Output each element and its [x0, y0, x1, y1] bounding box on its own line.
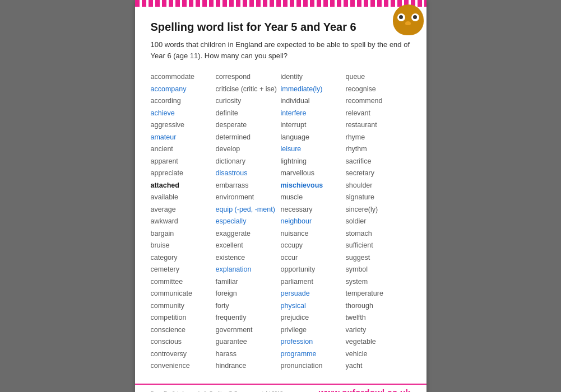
- word-item: occur: [281, 252, 346, 264]
- word-item: develop: [216, 143, 281, 156]
- word-item: bruise: [151, 240, 216, 252]
- word-item: system: [346, 276, 411, 288]
- word-item: correspond: [216, 71, 281, 83]
- word-item: explanation: [216, 264, 281, 276]
- word-item: curiosity: [216, 95, 281, 108]
- word-item: programme: [281, 348, 346, 361]
- word-item: variety: [346, 324, 411, 337]
- word-item: opportunity: [281, 264, 346, 276]
- word-item: guarantee: [216, 336, 281, 348]
- word-item: language: [281, 132, 346, 144]
- word-item: physical: [281, 300, 346, 312]
- word-item: rhythm: [346, 143, 411, 156]
- word-item: symbol: [346, 264, 411, 276]
- word-item: thorough: [346, 300, 411, 312]
- word-item: aggressive: [151, 119, 216, 132]
- word-item: recognise: [346, 83, 411, 96]
- word-item: lightning: [281, 156, 346, 168]
- word-item: nuisance: [281, 228, 346, 240]
- word-item: available: [151, 192, 216, 204]
- word-item: privilege: [281, 324, 346, 337]
- word-item: vehicle: [346, 348, 411, 361]
- word-item: immediate(ly): [281, 83, 346, 96]
- word-item: harass: [216, 348, 281, 361]
- page-title: Spelling word list for Year 5 and Year 6: [151, 21, 411, 34]
- word-item: signature: [346, 192, 411, 204]
- word-item: soldier: [346, 216, 411, 228]
- word-item: criticise (critic + ise): [216, 83, 281, 96]
- word-item: competition: [151, 312, 216, 324]
- word-item: recommend: [346, 95, 411, 108]
- word-column-3: identityimmediate(ly)individualinterfere…: [281, 71, 346, 372]
- word-item: exaggerate: [216, 228, 281, 240]
- word-item: frequently: [216, 312, 281, 324]
- word-column-2: correspondcriticise (critic + ise)curios…: [216, 71, 281, 372]
- word-item: category: [151, 252, 216, 264]
- footer: From English Appendix 1: Spelling © Crow…: [135, 384, 426, 393]
- word-item: community: [151, 300, 216, 312]
- word-item: individual: [281, 95, 346, 108]
- footer-copyright: From English Appendix 1: Spelling © Crow…: [151, 390, 283, 393]
- word-item: amateur: [151, 132, 216, 144]
- word-item: occupy: [281, 240, 346, 252]
- word-item: disastrous: [216, 167, 281, 180]
- word-item: leisure: [281, 143, 346, 156]
- top-border: [135, 0, 426, 7]
- footer-website: www.oxfordowl.co.uk: [319, 388, 411, 393]
- word-item: identity: [281, 71, 346, 83]
- word-item: apparent: [151, 156, 216, 168]
- word-item: cemetery: [151, 264, 216, 276]
- word-item: yacht: [346, 360, 411, 372]
- word-item: accommodate: [151, 71, 216, 83]
- word-item: according: [151, 95, 216, 108]
- word-item: accompany: [151, 83, 216, 96]
- word-column-1: accommodateaccompanyaccordingachieveaggr…: [151, 71, 216, 372]
- word-item: definite: [216, 108, 281, 120]
- word-item: conscious: [151, 336, 216, 348]
- word-item: rhyme: [346, 132, 411, 144]
- word-item: forty: [216, 300, 281, 312]
- word-item: neighbour: [281, 216, 346, 228]
- word-item: temperature: [346, 288, 411, 300]
- word-item: environment: [216, 192, 281, 204]
- word-item: especially: [216, 216, 281, 228]
- word-item: excellent: [216, 240, 281, 252]
- word-item: communicate: [151, 288, 216, 300]
- word-item: foreign: [216, 288, 281, 300]
- word-item: marvellous: [281, 167, 346, 180]
- word-item: dictionary: [216, 156, 281, 168]
- word-item: conscience: [151, 324, 216, 337]
- word-item: queue: [346, 71, 411, 83]
- word-item: pronunciation: [281, 360, 346, 372]
- word-item: interfere: [281, 108, 346, 120]
- page-subtitle: 100 words that children in England are e…: [151, 39, 411, 61]
- word-item: bargain: [151, 228, 216, 240]
- word-item: prejudice: [281, 312, 346, 324]
- word-column-4: queuerecogniserecommendrelevantrestauran…: [346, 71, 411, 372]
- word-item: vegetable: [346, 336, 411, 348]
- word-item: average: [151, 204, 216, 216]
- word-item: restaurant: [346, 119, 411, 132]
- word-item: attached: [151, 180, 216, 192]
- word-item: sacrifice: [346, 156, 411, 168]
- word-item: persuade: [281, 288, 346, 300]
- word-item: muscle: [281, 192, 346, 204]
- word-item: profession: [281, 336, 346, 348]
- word-item: relevant: [346, 108, 411, 120]
- word-item: hindrance: [216, 360, 281, 372]
- main-content: Spelling word list for Year 5 and Year 6…: [135, 7, 426, 378]
- word-item: interrupt: [281, 119, 346, 132]
- word-item: existence: [216, 252, 281, 264]
- word-item: controversy: [151, 348, 216, 361]
- word-item: mischievous: [281, 180, 346, 192]
- word-item: shoulder: [346, 180, 411, 192]
- page-container: Spelling word list for Year 5 and Year 6…: [135, 0, 426, 392]
- word-item: equip (-ped, -ment): [216, 204, 281, 216]
- word-item: determined: [216, 132, 281, 144]
- word-item: achieve: [151, 108, 216, 120]
- word-item: familiar: [216, 276, 281, 288]
- word-item: sufficient: [346, 240, 411, 252]
- word-item: ancient: [151, 143, 216, 156]
- word-item: parliament: [281, 276, 346, 288]
- word-item: appreciate: [151, 167, 216, 180]
